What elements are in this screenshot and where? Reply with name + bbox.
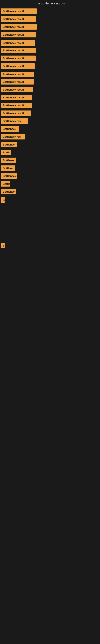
bottleneck-result-item[interactable]: Bottleneck result <box>1 16 36 22</box>
bottleneck-result-item[interactable]: Bottleneck result <box>1 24 37 30</box>
bottleneck-result-item[interactable]: Bottleneck result <box>1 40 35 46</box>
bottleneck-result-item[interactable]: B <box>1 197 5 203</box>
site-title: TheBottlenecker.com <box>0 0 100 7</box>
spacer-1 <box>0 287 100 299</box>
bottleneck-result-item[interactable]: Bottlenec <box>1 158 16 163</box>
bottleneck-result-item[interactable]: Bottleneck <box>1 126 19 132</box>
bottleneck-result-item[interactable]: Bottleneck result <box>1 8 37 14</box>
bottleneck-result-item[interactable]: Bottleneck result <box>1 48 36 53</box>
bottleneck-result-item[interactable]: Bottleneck resu <box>1 118 28 124</box>
bottleneck-result-item[interactable]: Bottleneck result <box>1 95 32 100</box>
bottleneck-result-item[interactable]: Bottleneck result <box>1 56 36 61</box>
bottleneck-result-item[interactable]: Bottleneck result <box>1 103 32 108</box>
spacer-2 <box>0 299 100 323</box>
bottleneck-result-item[interactable]: Bottleneck result <box>1 87 33 92</box>
bottleneck-result-item[interactable]: Bottleneck result <box>1 32 36 38</box>
bottleneck-result-item[interactable]: B <box>1 243 5 248</box>
bottleneck-result-item[interactable]: Bottleneck result <box>1 72 34 77</box>
bottleneck-result-item[interactable]: Bottle <box>1 150 11 155</box>
bottleneck-result-item[interactable]: Bottleneck result <box>1 64 35 69</box>
bottleneck-list: Bottleneck resultBottleneck resultBottle… <box>0 7 100 287</box>
bottleneck-result-item[interactable]: Bottlenec <box>1 142 17 147</box>
bottleneck-result-item[interactable]: Bottlenec <box>1 189 16 194</box>
bottleneck-result-item[interactable]: Bottleneck res <box>1 134 25 140</box>
spacer-4 <box>0 347 100 372</box>
site-title-bar: TheBottlenecker.com <box>0 0 100 7</box>
bottleneck-result-item[interactable]: Bottleneck result <box>1 110 31 116</box>
spacer-3 <box>0 323 100 347</box>
bottleneck-result-item[interactable]: Bottleneck result <box>1 79 34 84</box>
bottleneck-result-item[interactable]: Bottlene <box>1 166 15 171</box>
bottleneck-result-item[interactable]: Bottle <box>1 181 10 186</box>
bottleneck-result-item[interactable]: Bottleneck <box>1 173 17 179</box>
